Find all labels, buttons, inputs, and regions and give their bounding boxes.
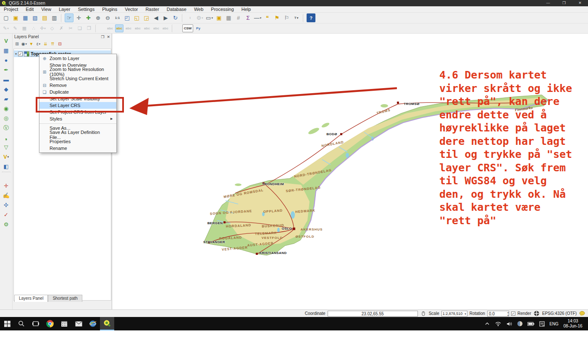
menu-item[interactable]: Raster [142, 6, 163, 13]
add-virtual-layer-icon[interactable]: ▽ [2, 143, 11, 152]
expand-all-icon[interactable]: ⇊ [42, 41, 49, 47]
form-annotation-icon[interactable]: ✓ [2, 210, 11, 219]
tray-expand-chevron-icon[interactable] [482, 317, 492, 330]
add-spatialite-layer-icon[interactable]: ✒ [2, 65, 11, 74]
pan-map-icon[interactable]: ✛ [74, 13, 83, 22]
csw-metasearch-icon[interactable]: CSW [182, 24, 193, 32]
render-checkbox[interactable]: ✓ [511, 312, 515, 316]
move-annotation-icon[interactable]: ✣ [2, 201, 11, 209]
menu-item[interactable]: Vector [121, 6, 142, 13]
identify-features-icon[interactable]: i [186, 13, 194, 22]
context-menu-item[interactable]: Properties ▶ [39, 138, 116, 145]
run-feature-action-icon[interactable]: ⚙ [195, 13, 204, 22]
python-console-icon[interactable]: Py [194, 24, 202, 32]
add-wfs-layer-icon[interactable]: Ⓥ [2, 123, 11, 132]
new-shapefile-layer-icon[interactable]: V [2, 152, 11, 161]
panel-close-icon[interactable]: ✕ [107, 35, 110, 39]
measure-line-icon[interactable]: ― [253, 13, 262, 22]
action-center-icon[interactable] [537, 317, 547, 330]
composer-manager-icon[interactable]: ▥ [50, 13, 59, 22]
current-edits-icon[interactable]: ✎ [2, 24, 10, 32]
add-mssql-layer-icon[interactable]: ▬ [2, 75, 11, 84]
add-feature-icon[interactable]: ∴ [29, 24, 38, 32]
expression-filter-icon[interactable]: ε [35, 41, 42, 47]
menu-item[interactable]: Plugins [98, 6, 121, 13]
context-menu-item[interactable]: ⊟ Remove ▶ [39, 82, 116, 89]
zoom-next-icon[interactable]: ▶ [161, 13, 170, 22]
menu-item[interactable]: Web [190, 6, 207, 13]
start-button[interactable] [0, 317, 14, 330]
layer-labeling-options-icon[interactable]: abc [115, 24, 123, 32]
maximize-button[interactable]: ❐ [556, 0, 572, 6]
menu-item[interactable]: Settings [74, 6, 98, 13]
expand-chevron-icon[interactable]: ▾ [15, 52, 17, 56]
open-project-icon[interactable]: ▣ [11, 13, 20, 22]
pan-to-selection-icon[interactable]: ✚ [84, 13, 93, 22]
processing-toolbox-icon[interactable]: ⚙ [2, 220, 11, 229]
new-bookmark-icon[interactable]: ⚑ [273, 13, 281, 22]
zoom-to-selection-icon[interactable]: ◱ [132, 13, 141, 22]
dock-tab[interactable]: Shortest path [48, 295, 82, 302]
text-annotation-tool-icon[interactable]: ✍ [2, 191, 11, 200]
dock-tab[interactable]: Layers Panel [14, 295, 48, 302]
toggle-editing-icon[interactable]: ✎ [11, 24, 19, 32]
mail-taskbar-button[interactable] [71, 317, 86, 330]
zoom-in-icon[interactable]: ⊕ [94, 13, 102, 22]
qgis-taskbar-button[interactable] [100, 317, 114, 330]
close-button[interactable]: ✕ [572, 0, 588, 6]
menu-item[interactable]: View [37, 6, 55, 13]
coordinate-input[interactable]: 23.02,65.55 [328, 311, 418, 317]
move-feature-icon[interactable]: ✢ [39, 24, 47, 32]
change-label-icon[interactable]: abc [161, 24, 170, 32]
battery-icon[interactable] [526, 317, 536, 330]
zoom-out-icon[interactable]: ⊖ [103, 13, 112, 22]
add-wcs-layer-icon[interactable]: ◎ [2, 114, 11, 123]
refresh-map-icon[interactable]: ↻ [171, 13, 180, 22]
save-project-icon[interactable]: ▦ [21, 13, 30, 22]
context-menu-item[interactable]: Styles ▶ [39, 115, 116, 122]
new-print-composer-icon[interactable]: ▤ [40, 13, 49, 22]
map-tips-icon[interactable]: ❝ [263, 13, 272, 22]
scale-combo[interactable]: 1:2,878,510▾ [441, 311, 467, 317]
zoom-native-resolution-icon[interactable]: 1:1 [113, 13, 122, 22]
save-project-as-icon[interactable]: ▧ [31, 13, 39, 22]
context-menu-item[interactable]: Rename ▶ [39, 145, 116, 152]
panel-float-icon[interactable]: ❐ [101, 35, 104, 39]
paste-features-icon[interactable]: ❒ [85, 24, 93, 32]
onedrive-icon[interactable] [515, 317, 525, 330]
statistical-summary-icon[interactable]: Σ [244, 13, 252, 22]
add-postgis-layer-icon[interactable]: ● [2, 56, 11, 65]
menu-item[interactable]: Project [0, 6, 22, 13]
cut-features-icon[interactable]: ✂ [66, 24, 75, 32]
context-menu-item[interactable]: Save As Layer Definition File... ▶ [39, 131, 116, 138]
save-layer-edits-icon[interactable]: ▦ [20, 24, 29, 32]
spinner-arrows-icon[interactable]: ▴▾ [507, 311, 509, 316]
clock[interactable]: 14:03 08-Jun-16 [561, 319, 585, 329]
layer-visibility-checkbox[interactable]: ✓ [18, 52, 23, 56]
menu-item[interactable]: Edit [22, 6, 37, 13]
open-attribute-table-icon[interactable]: ▦ [224, 13, 233, 22]
add-vector-layer-icon[interactable]: V [2, 37, 11, 45]
menu-item[interactable]: Help [238, 6, 255, 13]
new-project-icon[interactable]: ▢ [2, 13, 10, 22]
show-bookmarks-icon[interactable]: ⚐ [282, 13, 291, 22]
show-hide-labels-icon[interactable]: abc [134, 24, 142, 32]
zoom-last-icon[interactable]: ◀ [152, 13, 160, 22]
context-menu-item[interactable]: ⊞ Zoom to Native Resolution (100%) ▶ [39, 68, 116, 75]
highlight-pinned-labels-icon[interactable]: abc [106, 24, 114, 32]
rotation-spinbox[interactable]: 0.0▴▾ [487, 311, 509, 317]
menu-item[interactable]: Layer [55, 6, 74, 13]
add-delimited-text-layer-icon[interactable]: ❟ [2, 133, 11, 142]
zoom-to-layer-icon[interactable]: ◲ [142, 13, 151, 22]
field-calculator-icon[interactable]: # [234, 13, 243, 22]
add-oracle-layer-icon[interactable]: ◆ [2, 85, 11, 94]
context-menu-item[interactable]: Stretch Using Current Extent ▶ [39, 75, 116, 82]
copy-features-icon[interactable]: ❏ [76, 24, 84, 32]
menu-item[interactable]: Database [163, 6, 190, 13]
select-features-icon[interactable]: ▭ [205, 13, 214, 22]
chrome-taskbar-button[interactable] [43, 317, 57, 330]
text-annotation-icon[interactable]: T [292, 13, 301, 22]
collapse-all-icon[interactable]: ⇈ [49, 41, 56, 47]
add-db2-layer-icon[interactable]: ▰ [2, 94, 11, 103]
add-raster-layer-icon[interactable]: ▦ [2, 46, 11, 55]
